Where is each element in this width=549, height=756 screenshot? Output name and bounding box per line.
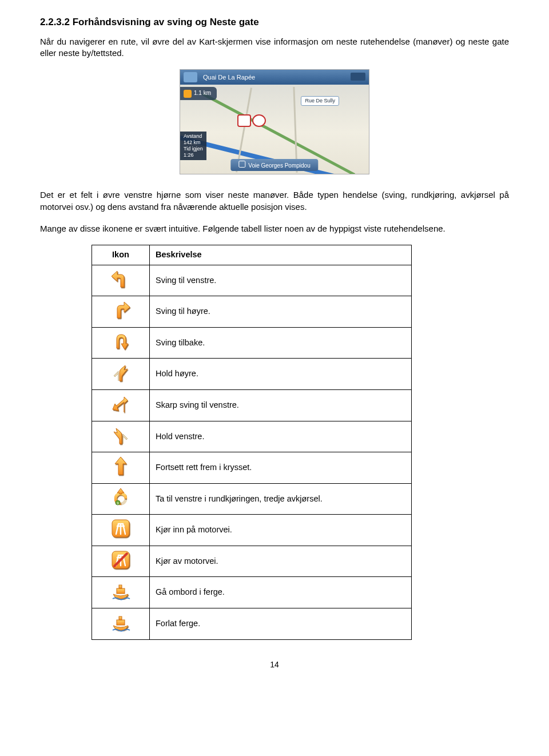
table-row: Sving tilbake.	[92, 327, 412, 359]
roundabout-icon	[92, 483, 150, 515]
bear-left-icon	[92, 421, 150, 452]
motorway-off-icon	[92, 546, 150, 577]
page-number: 14	[40, 659, 509, 670]
icon-description: Sving til høyre.	[150, 296, 412, 328]
icon-description: Hold høyre.	[150, 359, 412, 390]
table-row: Gå ombord i ferge.	[92, 577, 412, 608]
nav-top-street: Quai De La Rapée	[203, 74, 255, 81]
ferry-on-icon	[92, 577, 150, 608]
icon-description: Kjør av motorvei.	[150, 546, 412, 577]
turn-right-icon	[92, 296, 150, 328]
icon-description: Kjør inn på motorvei.	[150, 515, 412, 546]
icon-description: Sving tilbake.	[150, 327, 412, 359]
ferry-off-icon	[92, 608, 150, 639]
table-row: Sving til venstre.	[92, 265, 412, 296]
icon-description: Hold venstre.	[150, 421, 412, 452]
nav-screenshot: Quai De La Rapée Rue De Sully 1.1 km Avs…	[180, 69, 369, 174]
motorway-on-icon	[92, 515, 150, 546]
table-row: Kjør inn på motorvei.	[92, 515, 412, 546]
warning-sign-icon	[237, 114, 251, 127]
table-row: Ta til venstre i rundkjøringen, tredje a…	[92, 483, 412, 515]
icon-description: Skarp sving til venstre.	[150, 390, 412, 421]
body-paragraph-3: Mange av disse ikonene er svært intuitiv…	[40, 223, 509, 234]
intro-paragraph: Når du navigerer en rute, vil øvre del a…	[40, 36, 509, 59]
icon-description: Fortsett rett frem i krysset.	[150, 452, 412, 484]
table-row: Hold venstre.	[92, 421, 412, 452]
bear-right-icon	[92, 359, 150, 390]
nav-stats: Avstand142 kmTid igjen1:26	[180, 132, 206, 160]
body-paragraph-2: Det er et felt i øvre venstre hjørne som…	[40, 189, 509, 213]
nav-topbar: Quai De La Rapée	[180, 70, 369, 85]
icon-description: Ta til venstre i rundkjøringen, tredje a…	[150, 483, 412, 515]
table-row: Hold høyre.	[92, 359, 412, 390]
icon-table: Ikon Beskrivelse Sving til venstre.Sving…	[92, 245, 412, 639]
nav-street-label: Rue De Sully	[301, 96, 339, 105]
icon-description: Sving til venstre.	[150, 265, 412, 296]
table-header-desc: Beskrivelse	[150, 245, 412, 265]
turn-left-icon	[92, 265, 150, 296]
battery-icon	[351, 73, 365, 81]
icon-description: Gå ombord i ferge.	[150, 577, 412, 608]
straight-icon	[92, 452, 150, 484]
table-row: Forlat ferge.	[92, 608, 412, 639]
table-row: Skarp sving til venstre.	[92, 390, 412, 421]
gps-icon	[184, 72, 197, 82]
sharp-left-icon	[92, 390, 150, 421]
table-row: Fortsett rett frem i krysset.	[92, 452, 412, 484]
u-turn-icon	[92, 327, 150, 359]
nav-bottom-street: Voie Georges Pompidou	[230, 159, 318, 172]
section-heading: 2.2.3.2 Forhåndsvisning av sving og Nest…	[40, 16, 509, 29]
nav-distance: 1.1 km	[180, 87, 217, 100]
icon-description: Forlat ferge.	[150, 608, 412, 639]
table-row: Kjør av motorvei.	[92, 546, 412, 577]
table-row: Sving til høyre.	[92, 296, 412, 328]
table-header-icon: Ikon	[92, 245, 150, 265]
